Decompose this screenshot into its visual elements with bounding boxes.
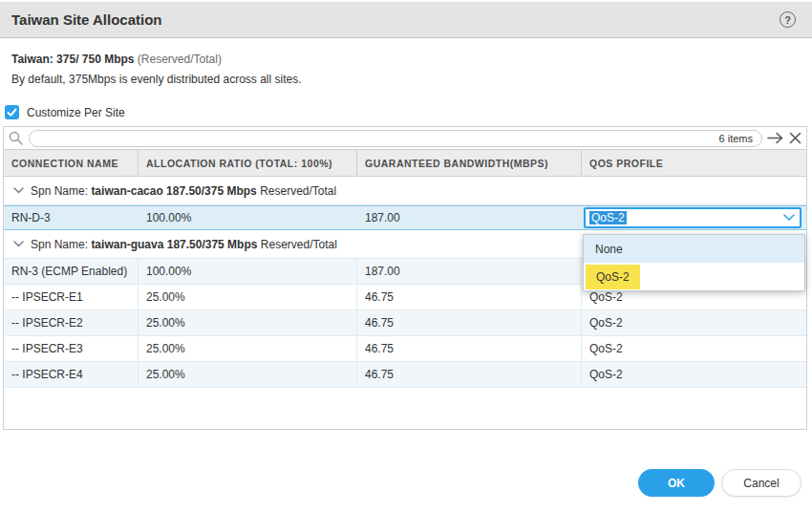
group-row-taiwan-cacao[interactable]: Spn Name: taiwan-cacao 187.50/375 Mbps R… (4, 177, 806, 205)
cell-connection-name: -- IPSECR-E4 (4, 362, 138, 387)
cell-qos-profile: QoS-2 (581, 362, 806, 387)
cell-guaranteed-bandwidth: 46.75 (356, 362, 581, 387)
cell-allocation-ratio: 25.00% (138, 336, 356, 361)
item-count-badge: 6 items (719, 133, 753, 144)
cell-guaranteed-bandwidth: 187.00 (356, 259, 581, 284)
cell-guaranteed-bandwidth: 187.00 (356, 206, 581, 229)
customize-per-site-checkbox[interactable]: Customize Per Site (5, 105, 125, 119)
column-header-qos-profile: QOS PROFILE (581, 150, 806, 176)
search-pill: 6 items (29, 130, 762, 147)
cell-guaranteed-bandwidth: 46.75 (356, 310, 581, 335)
column-header-guaranteed-bandwidth: GUARANTEED BANDWIDTH(MBPS) (356, 150, 581, 176)
cell-allocation-ratio: 25.00% (138, 310, 356, 335)
table-row-rn-d-3[interactable]: RN-D-3 100.00% 187.00 QoS-2 (4, 205, 806, 230)
qos-profile-combobox[interactable]: QoS-2 (584, 207, 801, 228)
table-row-ipsecr-e4[interactable]: -- IPSECR-E4 25.00% 46.75 QoS-2 (4, 362, 806, 388)
cell-connection-name: RN-3 (ECMP Enabled) (4, 259, 138, 284)
cell-qos-profile: QoS-2 (581, 206, 806, 229)
cell-allocation-ratio: 100.00% (138, 259, 356, 284)
help-icon[interactable]: ? (780, 11, 796, 28)
cell-qos-profile: QoS-2 (581, 336, 806, 361)
arrow-right-icon[interactable] (767, 132, 784, 144)
allocation-summary: Taiwan: 375/ 750 Mbps (Reserved/Total) B… (11, 50, 301, 90)
cell-connection-name: -- IPSECR-E1 (4, 285, 138, 309)
customize-label: Customize Per Site (27, 106, 125, 119)
cancel-button[interactable]: Cancel (721, 469, 801, 497)
chevron-down-icon[interactable] (783, 214, 795, 222)
table-row-ipsecr-e2[interactable]: -- IPSECR-E2 25.00% 46.75 QoS-2 (4, 310, 806, 336)
cell-connection-name: -- IPSECR-E2 (4, 310, 138, 335)
group-row-label: Spn Name: taiwan-cacao 187.50/375 Mbps R… (31, 184, 336, 198)
cell-allocation-ratio: 25.00% (138, 362, 356, 387)
cell-allocation-ratio: 25.00% (138, 285, 356, 309)
column-header-allocation-ratio: ALLOCATION RATIO (TOTAL: 100%) (138, 150, 356, 176)
summary-line1: Taiwan: 375/ 750 Mbps (Reserved/Total) (11, 50, 301, 70)
cell-connection-name: RN-D-3 (4, 206, 138, 229)
match-highlight: QoS-2 (586, 265, 640, 289)
chevron-down-icon[interactable] (13, 241, 24, 247)
cell-guaranteed-bandwidth: 46.75 (356, 336, 581, 361)
qos-dropdown-panel: None QoS-2 (583, 234, 805, 291)
combobox-selected-value: QoS-2 (589, 211, 627, 224)
summary-line2: By default, 375Mbps is evenly distribute… (11, 70, 301, 90)
dialog-titlebar: Taiwan Site Allocation ? (0, 2, 812, 38)
table-row-ipsecr-e3[interactable]: -- IPSECR-E3 25.00% 46.75 QoS-2 (4, 336, 806, 362)
cell-guaranteed-bandwidth: 46.75 (356, 285, 581, 309)
ok-button[interactable]: OK (638, 469, 715, 497)
close-icon[interactable] (789, 132, 801, 144)
table-header: CONNECTION NAME ALLOCATION RATIO (TOTAL:… (4, 150, 806, 177)
chevron-down-icon[interactable] (13, 187, 24, 194)
search-icon (8, 130, 24, 146)
table-search-row: 6 items (4, 127, 806, 150)
checkbox-check-icon[interactable] (5, 105, 19, 119)
page-title: Taiwan Site Allocation (11, 11, 162, 28)
cell-qos-profile: QoS-2 (581, 310, 806, 335)
search-input[interactable] (38, 132, 719, 145)
column-header-connection-name: CONNECTION NAME (4, 150, 138, 176)
cell-connection-name: -- IPSECR-E3 (4, 336, 138, 361)
summary-bold: Taiwan: 375/ 750 Mbps (11, 53, 135, 66)
group-row-label: Spn Name: taiwan-guava 187.50/375 Mbps R… (31, 238, 337, 251)
dropdown-option-none[interactable]: None (584, 235, 804, 263)
dropdown-option-qos-2[interactable]: QoS-2 (584, 263, 804, 290)
cell-allocation-ratio: 100.00% (138, 206, 356, 229)
summary-note: (Reserved/Total) (138, 53, 222, 66)
